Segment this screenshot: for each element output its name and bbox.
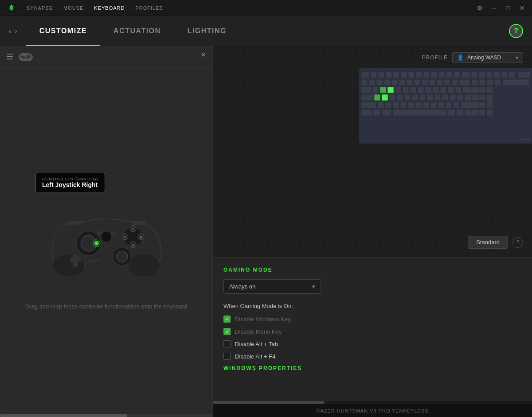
disable-alt-tab-label: Disable Alt + Tab xyxy=(235,341,278,347)
disable-alt-f4-checkbox[interactable] xyxy=(223,353,231,360)
svg-rect-134 xyxy=(487,109,493,116)
minimize-button[interactable]: ─ xyxy=(489,4,498,12)
standard-help-icon[interactable]: ? xyxy=(512,237,523,248)
svg-text:X: X xyxy=(124,235,126,239)
svg-text:B: B xyxy=(140,235,142,239)
svg-rect-69 xyxy=(452,79,458,86)
disable-menu-key-checkbox[interactable] xyxy=(223,328,231,335)
keyboard-svg xyxy=(359,70,532,143)
razer-logo-icon xyxy=(5,2,18,14)
svg-rect-82 xyxy=(410,87,416,93)
close-window-button[interactable]: ✕ xyxy=(518,4,527,12)
left-scrollbar[interactable] xyxy=(0,414,212,417)
svg-rect-70 xyxy=(459,79,470,86)
tab-lighting[interactable]: LIGHTING xyxy=(174,16,240,46)
svg-rect-58 xyxy=(369,79,375,86)
svg-rect-61 xyxy=(391,79,398,86)
nav-mouse[interactable]: MOUSE xyxy=(63,5,83,11)
svg-rect-130 xyxy=(465,109,472,116)
svg-rect-102 xyxy=(434,94,441,101)
svg-point-15 xyxy=(94,241,99,246)
top-nav-tabs: CUSTOMIZE ACTUATION LIGHTING xyxy=(26,16,240,46)
svg-point-29 xyxy=(116,251,128,262)
svg-rect-2 xyxy=(19,53,33,61)
svg-rect-4 xyxy=(20,56,23,57)
svg-rect-95 xyxy=(382,94,388,101)
svg-rect-103 xyxy=(442,94,448,101)
forward-arrow-icon[interactable]: › xyxy=(15,27,17,35)
svg-point-12 xyxy=(129,254,160,277)
gaming-mode-title: GAMING MODE xyxy=(223,267,521,273)
disable-windows-key-label: Disable Windows Key xyxy=(235,316,291,323)
svg-rect-55 xyxy=(509,72,515,78)
left-scrollbar-thumb[interactable] xyxy=(0,414,127,417)
svg-rect-46 xyxy=(438,72,445,78)
gaming-mode-panel: GAMING MODE Always on ▾ When Gaming Mode… xyxy=(213,257,532,417)
left-panel: ☰ ✕ CONTROLLER (ANALOG) xyxy=(0,46,213,417)
svg-rect-62 xyxy=(399,79,405,86)
svg-rect-48 xyxy=(454,72,460,78)
left-panel-toolbar: ☰ ✕ xyxy=(0,46,212,68)
svg-rect-43 xyxy=(416,72,422,78)
svg-rect-121 xyxy=(453,102,459,108)
svg-rect-50 xyxy=(471,72,477,78)
controller-tooltip: CONTROLLER (ANALOG) Left Joystick Right xyxy=(35,173,105,192)
svg-rect-123 xyxy=(479,102,485,108)
title-bar: SYNAPSE MOUSE KEYBOARD PROFILES ⚙ ─ □ ✕ xyxy=(0,0,532,16)
disable-menu-key-row: Disable Menu Key xyxy=(223,328,521,335)
svg-rect-114 xyxy=(400,102,407,108)
svg-rect-128 xyxy=(447,109,455,116)
controller-area: CONTROLLER (ANALOG) Left Joystick Right xyxy=(0,68,212,414)
disable-windows-key-checkbox[interactable] xyxy=(223,316,231,323)
top-nav-right: ? xyxy=(509,24,523,38)
svg-rect-73 xyxy=(487,79,493,86)
nav-synapse[interactable]: SYNAPSE xyxy=(27,5,53,11)
tooltip-category: CONTROLLER (ANALOG) xyxy=(42,177,98,181)
when-gaming-mode-label: When Gaming Mode is On: xyxy=(223,303,521,309)
hamburger-icon[interactable]: ☰ xyxy=(6,52,13,62)
svg-rect-126 xyxy=(382,109,391,116)
help-button[interactable]: ? xyxy=(509,24,523,38)
maximize-button[interactable]: □ xyxy=(504,4,512,12)
standard-button[interactable]: Standard xyxy=(468,236,508,249)
svg-rect-104 xyxy=(450,94,456,101)
svg-rect-76 xyxy=(361,87,371,93)
main-content: ☰ ✕ CONTROLLER (ANALOG) xyxy=(0,46,532,417)
nav-keyboard[interactable]: KEYBOARD xyxy=(94,5,125,11)
svg-rect-49 xyxy=(462,72,470,78)
controller-svg: Y B A X xyxy=(44,197,168,285)
standard-area: Standard ? xyxy=(468,236,523,249)
svg-rect-105 xyxy=(457,94,463,101)
svg-point-10 xyxy=(26,56,29,59)
svg-rect-80 xyxy=(395,87,401,93)
svg-rect-77 xyxy=(372,87,379,93)
disable-alt-f4-label: Disable Alt + F4 xyxy=(235,353,275,360)
settings-icon[interactable]: ⚙ xyxy=(475,4,484,12)
svg-rect-39 xyxy=(386,72,392,78)
svg-rect-51 xyxy=(479,72,485,78)
svg-rect-120 xyxy=(446,102,452,108)
tab-customize[interactable]: CUSTOMIZE xyxy=(26,16,100,46)
close-panel-button[interactable]: ✕ xyxy=(200,51,206,59)
svg-rect-107 xyxy=(472,94,478,101)
svg-rect-90 xyxy=(472,87,478,93)
svg-rect-97 xyxy=(397,94,403,101)
disable-alt-tab-row: Disable Alt + Tab xyxy=(223,340,521,347)
profile-select-dropdown[interactable]: 👤 Analog WASD ▾ xyxy=(452,52,523,63)
nav-profiles[interactable]: PROFILES xyxy=(135,5,163,11)
svg-rect-64 xyxy=(414,79,420,86)
tab-actuation[interactable]: ACTUATION xyxy=(100,16,174,46)
svg-rect-38 xyxy=(378,72,384,78)
svg-rect-101 xyxy=(427,94,433,101)
svg-rect-86 xyxy=(440,87,446,93)
svg-rect-118 xyxy=(430,102,437,108)
svg-rect-112 xyxy=(385,102,391,108)
gaming-mode-select-dropdown[interactable]: Always on ▾ xyxy=(223,279,321,294)
disable-alt-tab-checkbox[interactable] xyxy=(223,340,231,347)
back-arrow-icon[interactable]: ‹ xyxy=(9,27,11,35)
svg-rect-100 xyxy=(419,94,426,101)
svg-rect-96 xyxy=(389,94,395,101)
profile-label: PROFILE xyxy=(422,55,448,61)
svg-rect-92 xyxy=(487,87,493,93)
svg-rect-85 xyxy=(433,87,439,93)
